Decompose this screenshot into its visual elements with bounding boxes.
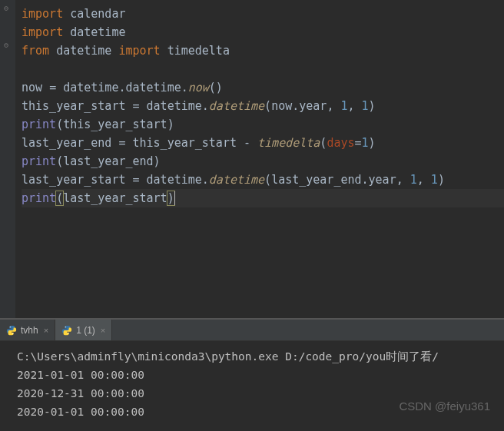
editor-gutter: ⊖ ⊖ — [0, 0, 15, 318]
fold-icon[interactable]: ⊖ — [4, 41, 12, 48]
code-line[interactable]: print(this_year_start) — [22, 115, 504, 134]
svg-point-1 — [12, 333, 13, 333]
code-line[interactable]: last_year_start = datetime.datetime(last… — [22, 171, 504, 189]
tab-label: tvhh — [21, 325, 38, 336]
code-line[interactable] — [22, 60, 504, 78]
code-line[interactable]: from datetime import timedelta — [22, 41, 504, 60]
console-output[interactable]: C:\Users\adminfly\miniconda3\python.exe … — [0, 341, 504, 431]
code-line[interactable]: this_year_start = datetime.datetime(now.… — [22, 97, 504, 115]
svg-point-2 — [65, 327, 66, 327]
fold-icon[interactable]: ⊖ — [4, 4, 12, 12]
code-line[interactable]: now = datetime.datetime.now() — [22, 78, 504, 97]
code-line[interactable]: last_year_end = this_year_start - timede… — [22, 134, 504, 152]
code-line[interactable]: import calendar — [22, 5, 504, 23]
svg-point-3 — [68, 333, 68, 333]
code-line[interactable]: print(last_year_end) — [22, 152, 504, 171]
close-icon[interactable]: × — [101, 326, 105, 335]
tab-label: 1 (1) — [76, 325, 95, 336]
console-line: C:\Users\adminfly\miniconda3\python.exe … — [17, 347, 504, 366]
python-file-icon — [6, 325, 17, 336]
console-tab[interactable]: tvhh× — [0, 320, 55, 340]
python-file-icon — [61, 325, 72, 336]
console-tab-bar: tvhh×1 (1)× — [0, 320, 504, 341]
text-cursor — [174, 191, 175, 205]
code-line[interactable]: import datetime — [22, 23, 504, 41]
code-line[interactable]: print(last_year_start) — [22, 189, 504, 207]
close-icon[interactable]: × — [44, 326, 48, 335]
svg-point-0 — [10, 327, 11, 327]
console-line: 2021-01-01 00:00:00 — [17, 366, 504, 384]
code-area[interactable]: import calendarimport datetimefrom datet… — [0, 5, 504, 207]
code-editor[interactable]: ⊖ ⊖ import calendarimport datetimefrom d… — [0, 0, 504, 318]
console-tab[interactable]: 1 (1)× — [55, 320, 112, 340]
watermark: CSDN @feiyu361 — [399, 397, 490, 416]
